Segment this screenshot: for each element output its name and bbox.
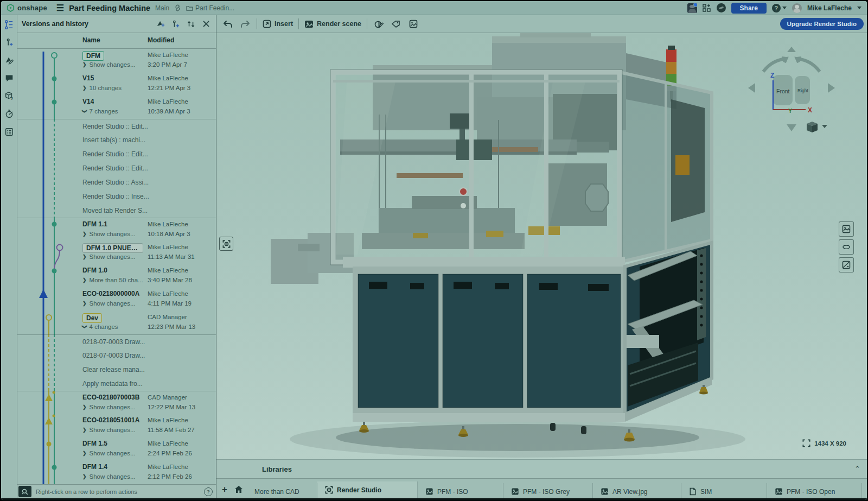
tab-pfm-iso-open[interactable]: PFM - ISO Open — [767, 483, 862, 500]
version-changes[interactable]: ❯Show changes... — [82, 61, 136, 68]
share-button[interactable]: Share — [731, 3, 767, 14]
version-changes[interactable]: ❯Show changes... — [82, 473, 136, 480]
change-row[interactable]: Render Studio :: Inse... — [17, 189, 216, 204]
change-row[interactable]: Apply metadata fro... — [17, 377, 216, 391]
user-avatar[interactable] — [792, 3, 802, 13]
change-row[interactable]: Render Studio :: Edit... — [17, 147, 216, 161]
add-tab-button[interactable]: + — [219, 484, 231, 495]
user-menu-chevron-icon[interactable] — [857, 7, 861, 9]
history-timer-icon[interactable] — [4, 109, 15, 119]
view-cube[interactable]: Z X Y Front Right — [745, 44, 838, 136]
home-tab-button[interactable] — [232, 485, 246, 493]
create-version-button[interactable] — [155, 19, 166, 29]
backplate-button[interactable] — [839, 257, 854, 272]
tab-pfm-iso[interactable]: PFM - ISO — [418, 483, 503, 500]
parts-help-icon[interactable]: ? — [4, 91, 15, 102]
version-row[interactable]: DFM 1.0❯More than 50 cha...Mike LaFleche… — [17, 264, 216, 288]
expand-chevron-icon[interactable]: ❯ — [82, 254, 87, 259]
collapse-chevron-icon[interactable]: ❯ — [82, 325, 87, 329]
change-row[interactable]: 0218-07-0003 Draw... — [17, 334, 216, 348]
render-scene-button[interactable]: Render scene — [304, 20, 361, 28]
expand-chevron-icon[interactable]: ❯ — [82, 404, 87, 410]
version-changes[interactable]: ❯Show changes... — [82, 450, 136, 456]
version-row[interactable]: DFM 1.1❯Show changes...Mike LaFleche10:1… — [17, 218, 216, 241]
modified-author: Mike LaFleche — [148, 417, 188, 423]
change-row[interactable]: Render Studio :: Edit... — [17, 119, 216, 133]
expand-chevron-icon[interactable]: ❯ — [82, 277, 87, 283]
export-image-button[interactable] — [407, 18, 419, 29]
version-changes[interactable]: ❯More than 50 cha... — [82, 277, 143, 283]
close-panel-button[interactable] — [201, 19, 212, 29]
version-row[interactable]: Dev❯4 changesCAD Manager12:23 PM Mar 13 — [17, 311, 216, 334]
change-row[interactable]: Insert tab(s) : machi... — [17, 133, 216, 147]
apply-material-button[interactable] — [390, 18, 402, 29]
version-changes[interactable]: ❯10 changes — [82, 85, 122, 91]
version-changes[interactable]: ❯Show changes... — [82, 300, 136, 307]
version-changes[interactable]: ❯Show changes... — [82, 253, 136, 260]
undo-button[interactable] — [222, 18, 234, 29]
change-row[interactable]: Render Studio :: Edit... — [17, 161, 216, 175]
workspace-label[interactable]: Main — [155, 4, 169, 12]
insert-button[interactable]: Insert — [263, 20, 293, 28]
create-branch-button[interactable] — [170, 19, 181, 29]
tab-sim[interactable]: SIM — [681, 483, 767, 500]
version-row[interactable]: DFM 1.0 PNUEMAT...❯Show changes...Mike L… — [17, 241, 216, 264]
edit-appearance-button[interactable] — [373, 18, 385, 29]
version-row[interactable]: V15❯10 changesMike LaFleche12:21 PM Apr … — [17, 72, 216, 96]
learning-center-icon[interactable] — [717, 3, 726, 12]
versions-history-icon[interactable] — [4, 19, 15, 30]
main-menu-icon[interactable]: ☰ — [56, 3, 64, 13]
help-menu[interactable]: ? — [772, 4, 787, 12]
footer-help-icon[interactable]: ? — [204, 487, 213, 496]
version-row[interactable]: ECO-0218070003B❯Show changes...CAD Manag… — [17, 391, 216, 414]
properties-icon[interactable] — [4, 126, 15, 137]
expand-chevron-icon[interactable]: ❯ — [82, 301, 87, 306]
app-store-icon[interactable] — [703, 4, 711, 12]
version-row[interactable]: DFM 1.5❯Show changes...Mike LaFleche2:24… — [17, 437, 216, 461]
tab-more-than-cad[interactable]: More than CAD — [247, 483, 317, 500]
libraries-bar[interactable]: Libraries ⌃ — [216, 460, 868, 479]
change-row[interactable]: Clear release mana... — [17, 363, 216, 377]
main-content: Insert Render scene Upgrade Render Studi… — [216, 15, 868, 498]
version-changes[interactable]: ❯Show changes... — [82, 427, 136, 433]
tab-render-studio[interactable]: Render Studio — [317, 481, 418, 500]
expand-chevron-icon[interactable]: ❯ — [82, 62, 87, 67]
environment-button[interactable] — [839, 239, 854, 255]
version-row[interactable]: V14❯7 changesMike LaFleche10:39 AM Apr 3 — [17, 96, 216, 119]
tab-pfm-iso-grey[interactable]: PFM - ISO Grey — [503, 483, 593, 500]
expand-chevron-icon[interactable]: ❯ — [82, 427, 87, 433]
appearance-icon[interactable] — [4, 55, 15, 66]
tab-ar-view-jpg[interactable]: AR View.jpg — [593, 483, 681, 500]
create-version-icon[interactable] — [4, 37, 15, 48]
change-row[interactable]: Moved tab Render S... — [17, 204, 216, 218]
version-row[interactable]: ECO-0218051001A❯Show changes...Mike LaFl… — [17, 414, 216, 437]
collaborator-avatar[interactable] — [687, 3, 697, 13]
onshape-logo[interactable]: onshape — [7, 4, 47, 12]
version-changes[interactable]: ❯Show changes... — [82, 404, 136, 410]
search-versions-button[interactable] — [18, 486, 31, 497]
change-row[interactable]: 0218-07-0003 Draw... — [17, 348, 216, 363]
version-changes[interactable]: ❯Show changes... — [82, 231, 136, 237]
render-gallery-button[interactable] — [839, 221, 854, 237]
collapse-chevron-icon[interactable]: ❯ — [82, 109, 87, 113]
version-row[interactable]: DFM 1.4❯Show changes...Mike LaFleche2:12… — [17, 461, 216, 484]
compare-button[interactable] — [186, 19, 196, 29]
expand-chevron-icon[interactable]: ❯ — [82, 474, 87, 479]
change-row[interactable]: Render Studio :: Assi... — [17, 175, 216, 189]
collapse-libraries-icon[interactable]: ⌃ — [854, 465, 860, 473]
upgrade-render-studio-button[interactable]: Upgrade Render Studio — [780, 18, 864, 30]
version-row[interactable]: ECO-0218000000A❯Show changes...Mike LaFl… — [17, 288, 216, 311]
expand-chevron-icon[interactable]: ❯ — [82, 231, 87, 237]
version-changes[interactable]: ❯4 changes — [82, 324, 118, 330]
expand-chevron-icon[interactable]: ❯ — [82, 85, 87, 91]
expand-chevron-icon[interactable]: ❯ — [82, 451, 87, 456]
render-viewport[interactable]: Z X Y Front Right — [216, 33, 868, 460]
render-region-button[interactable] — [219, 237, 233, 251]
breadcrumb[interactable]: Part Feedin... — [186, 4, 234, 12]
render-resolution[interactable]: 1434 X 920 — [802, 439, 846, 447]
redo-button[interactable] — [239, 18, 251, 29]
link-icon[interactable] — [174, 4, 181, 11]
comments-icon[interactable] — [4, 73, 15, 84]
version-changes[interactable]: ❯7 changes — [82, 108, 118, 115]
version-row[interactable]: DFM❯Show changes...Mike LaFleche3:20 PM … — [17, 49, 216, 72]
